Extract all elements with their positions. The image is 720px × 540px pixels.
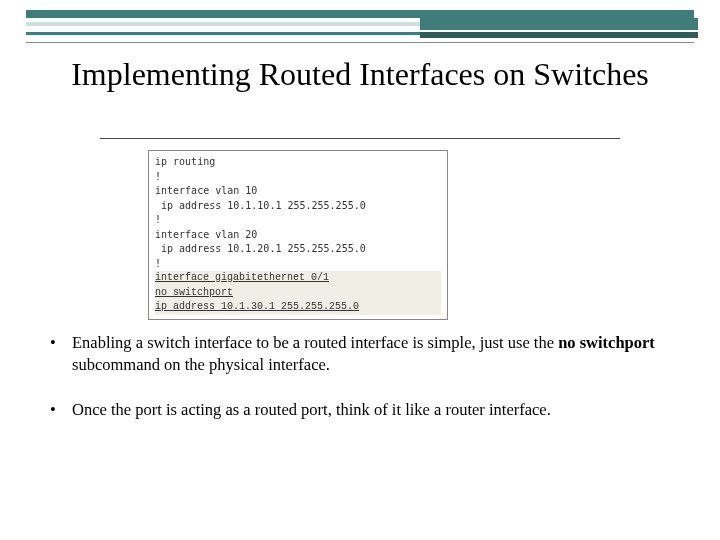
slide-title: Implementing Routed Interfaces on Switch…: [30, 56, 690, 94]
bullet-text: subcommand on the physical interface.: [72, 355, 330, 374]
header-decoration: [0, 0, 720, 46]
bullet-item: Once the port is acting as a routed port…: [42, 399, 682, 421]
code-line: interface vlan 10: [155, 184, 441, 199]
code-line: ip routing: [155, 155, 441, 170]
decor-bar: [26, 10, 694, 18]
bullet-text: Enabling a switch interface to be a rout…: [72, 333, 558, 352]
code-line: interface vlan 20: [155, 228, 441, 243]
title-underline: [100, 138, 620, 139]
bullet-item: Enabling a switch interface to be a rout…: [42, 332, 682, 377]
code-line: ip address 10.1.10.1 255.255.255.0: [155, 199, 441, 214]
slide: Implementing Routed Interfaces on Switch…: [0, 0, 720, 540]
code-line-highlight: ip address 10.1.30.1 255.255.255.0: [155, 300, 441, 315]
decor-bar: [420, 32, 698, 38]
decor-rule: [26, 42, 694, 43]
bullet-bold: no switchport: [558, 333, 655, 352]
bullet-text: Once the port is acting as a routed port…: [72, 400, 551, 419]
code-line: ip address 10.1.20.1 255.255.255.0: [155, 242, 441, 257]
config-code-block: ip routing ! interface vlan 10 ip addres…: [148, 150, 448, 320]
bullet-list: Enabling a switch interface to be a rout…: [42, 332, 682, 443]
code-line: !: [155, 213, 441, 228]
decor-bar: [420, 18, 698, 30]
code-line: !: [155, 170, 441, 185]
code-line-highlight: interface gigabitethernet 0/1: [155, 271, 441, 286]
code-line: !: [155, 257, 441, 272]
code-line-highlight: no switchport: [155, 286, 441, 301]
